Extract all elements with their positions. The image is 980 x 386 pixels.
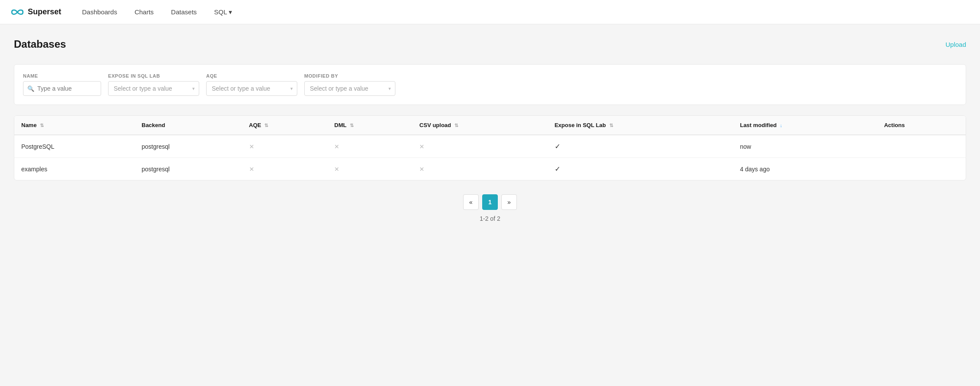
pagination-controls: « 1 » <box>463 194 517 210</box>
col-backend: Backend <box>135 116 242 135</box>
nav-link-sql[interactable]: SQL ▾ <box>207 5 239 20</box>
col-name[interactable]: Name ⇅ <box>14 116 135 135</box>
filter-name-input-wrap: 🔍 <box>23 81 101 96</box>
cross-icon: ✕ <box>249 143 254 150</box>
filter-aqe-wrap: Select or type a value ▾ <box>206 81 297 96</box>
chevron-down-icon: ▾ <box>229 8 232 16</box>
sort-icon: ⇅ <box>350 123 354 128</box>
check-icon: ✓ <box>555 143 560 150</box>
name-search-input[interactable] <box>23 81 101 96</box>
sort-icon: ⇅ <box>609 123 613 128</box>
page-header: Databases Upload <box>14 38 966 50</box>
filter-name: NAME 🔍 <box>23 73 101 96</box>
table-head: Name ⇅ Backend AQE ⇅ DML ⇅ C <box>14 116 966 135</box>
table: Name ⇅ Backend AQE ⇅ DML ⇅ C <box>14 116 966 180</box>
upload-button[interactable]: Upload <box>945 41 966 48</box>
cell-actions <box>877 135 966 158</box>
col-actions: Actions <box>877 116 966 135</box>
col-expose-sql-lab[interactable]: Expose in SQL Lab ⇅ <box>548 116 733 135</box>
logo[interactable]: Superset <box>10 5 61 19</box>
cross-icon: ✕ <box>249 166 254 173</box>
table-header-row: Name ⇅ Backend AQE ⇅ DML ⇅ C <box>14 116 966 135</box>
prev-page-button[interactable]: « <box>463 194 479 210</box>
cell-name: PostgreSQL <box>14 135 135 158</box>
sort-active-icon: ↓ <box>780 123 783 128</box>
cross-icon: ✕ <box>334 143 339 150</box>
next-page-button[interactable]: » <box>501 194 517 210</box>
nav-link-datasets[interactable]: Datasets <box>164 5 204 19</box>
logo-text: Superset <box>28 7 61 16</box>
filter-modified-by-label: MODIFIED BY <box>304 73 395 79</box>
filter-modified-by: MODIFIED BY Select or type a value ▾ <box>304 73 395 96</box>
cell-csv-upload: ✕ <box>412 135 547 158</box>
cell-dml: ✕ <box>327 158 412 180</box>
nav-link-charts[interactable]: Charts <box>128 5 161 19</box>
filter-name-label: NAME <box>23 73 101 79</box>
cell-last-modified: now <box>733 135 877 158</box>
sort-icon: ⇅ <box>40 123 44 128</box>
cell-backend: postgresql <box>135 135 242 158</box>
nav-link-dashboards[interactable]: Dashboards <box>75 5 124 19</box>
col-last-modified[interactable]: Last modified ↓ <box>733 116 877 135</box>
current-page-button[interactable]: 1 <box>482 194 498 210</box>
superset-logo-icon <box>10 5 24 19</box>
cell-dml: ✕ <box>327 135 412 158</box>
col-aqe[interactable]: AQE ⇅ <box>242 116 328 135</box>
col-csv-upload[interactable]: CSV upload ⇅ <box>412 116 547 135</box>
modified-by-select[interactable]: Select or type a value <box>304 81 395 96</box>
page-title: Databases <box>14 38 66 50</box>
check-icon: ✓ <box>555 165 560 173</box>
filter-modified-by-wrap: Select or type a value ▾ <box>304 81 395 96</box>
cell-csv-upload: ✕ <box>412 158 547 180</box>
databases-table: Name ⇅ Backend AQE ⇅ DML ⇅ C <box>14 115 966 180</box>
aqe-select[interactable]: Select or type a value <box>206 81 297 96</box>
table-row: examples postgresql ✕ ✕ ✕ ✓ 4 days ago <box>14 158 966 180</box>
col-dml[interactable]: DML ⇅ <box>327 116 412 135</box>
pagination: « 1 » 1-2 of 2 <box>14 194 966 222</box>
cell-last-modified: 4 days ago <box>733 158 877 180</box>
table-body: PostgreSQL postgresql ✕ ✕ ✕ ✓ now exampl… <box>14 135 966 180</box>
sort-icon: ⇅ <box>454 123 458 128</box>
filter-expose-sql-wrap: Select or type a value ▾ <box>108 81 199 96</box>
filters-bar: NAME 🔍 EXPOSE IN SQL LAB Select or type … <box>14 64 966 105</box>
cell-name: examples <box>14 158 135 180</box>
filter-aqe: AQE Select or type a value ▾ <box>206 73 297 96</box>
cross-icon: ✕ <box>334 166 339 173</box>
nav-links: Dashboards Charts Datasets SQL ▾ <box>75 5 239 20</box>
sort-icon: ⇅ <box>264 123 268 128</box>
filter-expose-sql-label: EXPOSE IN SQL LAB <box>108 73 199 79</box>
filter-expose-sql: EXPOSE IN SQL LAB Select or type a value… <box>108 73 199 96</box>
pagination-info: 1-2 of 2 <box>480 215 500 222</box>
navigation: Superset Dashboards Charts Datasets SQL … <box>0 0 980 24</box>
expose-sql-select[interactable]: Select or type a value <box>108 81 199 96</box>
cell-backend: postgresql <box>135 158 242 180</box>
cross-icon: ✕ <box>419 166 424 173</box>
cell-expose-sql-lab: ✓ <box>548 135 733 158</box>
cell-aqe: ✕ <box>242 135 328 158</box>
filter-aqe-label: AQE <box>206 73 297 79</box>
search-icon: 🔍 <box>27 85 34 92</box>
cell-actions <box>877 158 966 180</box>
table-row: PostgreSQL postgresql ✕ ✕ ✕ ✓ now <box>14 135 966 158</box>
cross-icon: ✕ <box>419 143 424 150</box>
cell-expose-sql-lab: ✓ <box>548 158 733 180</box>
page-content: Databases Upload NAME 🔍 EXPOSE IN SQL LA… <box>0 24 980 236</box>
cell-aqe: ✕ <box>242 158 328 180</box>
